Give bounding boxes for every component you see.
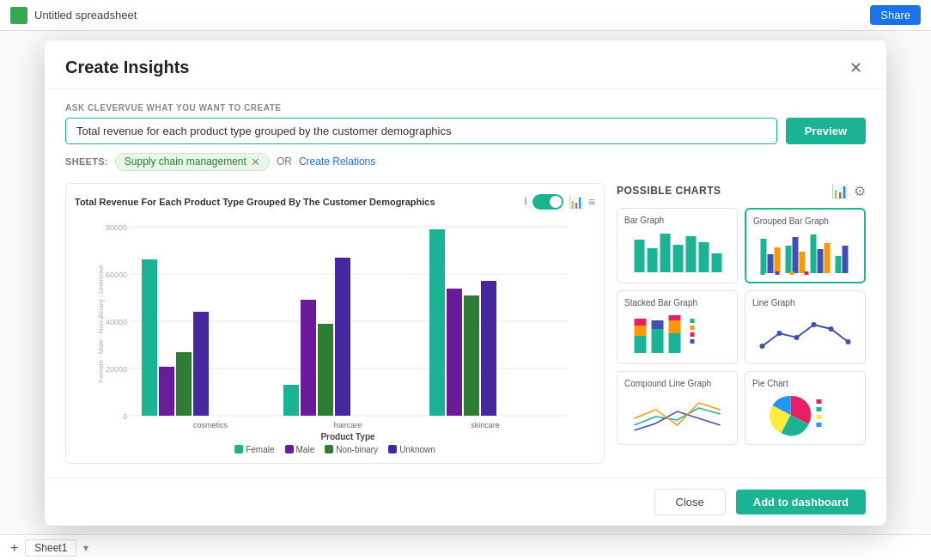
sheet-chip: Supply chain management ✕	[115, 153, 270, 171]
chart-legend: Female Male Non-binary	[75, 445, 595, 454]
svg-rect-37	[786, 246, 792, 273]
svg-rect-52	[652, 329, 664, 353]
svg-rect-32	[699, 242, 709, 272]
svg-rect-45	[761, 271, 765, 275]
svg-rect-68	[817, 407, 822, 411]
legend-male-label: Male	[296, 445, 315, 454]
stacked-bar-graph-thumb[interactable]: Stacked Bar Graph	[617, 290, 738, 364]
svg-point-65	[829, 326, 834, 332]
compound-line-graph-label: Compound Line Graph	[624, 379, 730, 388]
preview-button[interactable]: Preview	[786, 118, 866, 144]
create-relations-link[interactable]: Create Relations	[299, 155, 375, 167]
or-text: OR	[277, 155, 292, 167]
svg-rect-27	[635, 240, 645, 272]
svg-rect-21	[429, 229, 445, 416]
svg-rect-36	[775, 247, 781, 273]
modal-footer: Close Add to dashboard	[45, 478, 886, 526]
svg-rect-44	[843, 246, 849, 273]
ask-label: ASK CLEVERVUE WHAT YOU WANT TO CREATE	[65, 103, 866, 113]
svg-rect-17	[301, 300, 316, 416]
svg-rect-24	[481, 281, 496, 416]
svg-text:cosmetics: cosmetics	[193, 421, 228, 429]
svg-rect-53	[652, 320, 664, 329]
svg-text:skincare: skincare	[471, 421, 500, 429]
svg-rect-18	[318, 324, 333, 416]
svg-rect-33	[712, 253, 722, 272]
chart-title: Total Revenue For Each Product Type Grou…	[75, 197, 524, 207]
svg-rect-38	[793, 237, 799, 273]
close-button[interactable]: ✕	[845, 58, 866, 78]
svg-point-63	[794, 335, 800, 340]
svg-text:Female · Male · Non-Binary · U: Female · Male · Non-Binary · Unknown	[97, 265, 105, 382]
svg-text:20000: 20000	[106, 365, 127, 374]
svg-rect-34	[761, 239, 767, 273]
modal-overlay: Create Insights ✕ ASK CLEVERVUE WHAT YOU…	[0, 31, 931, 534]
bar-chart-icon[interactable]: 📊	[831, 183, 849, 199]
app-title: Untitled spreadsheet	[34, 9, 137, 21]
svg-rect-54	[669, 333, 681, 353]
line-graph-visual	[752, 312, 858, 356]
stacked-bar-graph-visual	[624, 312, 730, 356]
svg-rect-47	[790, 271, 794, 275]
charts-grid: Bar Graph	[617, 208, 866, 445]
chart-controls: ℹ 📊 ≡	[524, 194, 595, 210]
bar-graph-thumb[interactable]: Bar Graph	[617, 208, 738, 283]
sheet-dropdown-icon[interactable]: ▾	[83, 542, 88, 554]
sheet-tab[interactable]: Sheet1	[25, 539, 76, 557]
settings-icon[interactable]: ⚙	[854, 183, 866, 199]
svg-rect-19	[335, 258, 350, 416]
svg-rect-39	[800, 252, 806, 273]
svg-text:40000: 40000	[106, 318, 127, 326]
grouped-bar-graph-thumb[interactable]: Grouped Bar Graph	[745, 208, 866, 283]
svg-rect-57	[691, 319, 695, 323]
query-input[interactable]	[65, 118, 777, 144]
line-graph-thumb[interactable]: Line Graph	[745, 290, 866, 364]
svg-rect-56	[669, 315, 681, 320]
possible-charts-panel: POSSIBLE CHARTS 📊 ⚙ Bar Graph	[617, 183, 866, 464]
svg-rect-29	[660, 234, 671, 272]
legend-unknown-label: Unknown	[399, 445, 435, 454]
legend-female-label: Female	[246, 445, 274, 454]
top-bar: Untitled spreadsheet Share	[0, 0, 931, 31]
pie-chart-visual	[752, 393, 858, 437]
chart-toggle[interactable]	[532, 194, 563, 210]
svg-rect-30	[673, 245, 684, 272]
svg-text:60000: 60000	[106, 271, 127, 279]
svg-point-64	[812, 322, 817, 327]
share-button[interactable]: Share	[870, 5, 921, 25]
svg-rect-48	[805, 271, 809, 275]
svg-rect-46	[776, 271, 780, 275]
svg-rect-12	[159, 367, 174, 416]
svg-text:0: 0	[123, 412, 127, 421]
compound-line-graph-visual	[624, 393, 730, 437]
add-sheet-button[interactable]: +	[10, 540, 18, 556]
bar-graph-label: Bar Graph	[624, 216, 730, 225]
legend-nonbinary-label: Non-binary	[336, 445, 378, 454]
possible-charts-header: POSSIBLE CHARTS 📊 ⚙	[617, 183, 866, 199]
chart-type-icon: 📊	[569, 195, 583, 209]
pie-chart-label: Pie Chart	[752, 379, 858, 388]
bar-chart: 80000 60000 40000 20000 0 Female · Male	[75, 215, 595, 438]
svg-rect-43	[836, 256, 842, 273]
svg-text:80000: 80000	[106, 223, 127, 232]
svg-text:Product Type: Product Type	[320, 432, 375, 441]
sheets-row: SHEETS: Supply chain management ✕ OR Cre…	[65, 153, 866, 171]
svg-rect-41	[818, 249, 824, 273]
modal-body: ASK CLEVERVUE WHAT YOU WANT TO CREATE Pr…	[45, 89, 886, 478]
grouped-bar-graph-visual	[753, 230, 857, 275]
svg-rect-14	[193, 312, 209, 416]
close-modal-button[interactable]: Close	[654, 489, 726, 515]
compound-line-graph-thumb[interactable]: Compound Line Graph	[617, 371, 738, 445]
svg-rect-70	[817, 423, 822, 427]
menu-dots-button[interactable]: ≡	[588, 195, 595, 209]
svg-rect-51	[635, 319, 647, 326]
svg-rect-55	[669, 320, 681, 333]
svg-rect-28	[648, 248, 658, 272]
pie-chart-thumb[interactable]: Pie Chart	[745, 371, 866, 445]
add-to-dashboard-button[interactable]: Add to dashboard	[736, 490, 866, 514]
chip-close-button[interactable]: ✕	[251, 155, 260, 168]
svg-rect-31	[686, 236, 697, 272]
svg-rect-35	[768, 254, 774, 273]
info-icon: ℹ	[524, 196, 527, 207]
svg-rect-67	[817, 399, 822, 404]
